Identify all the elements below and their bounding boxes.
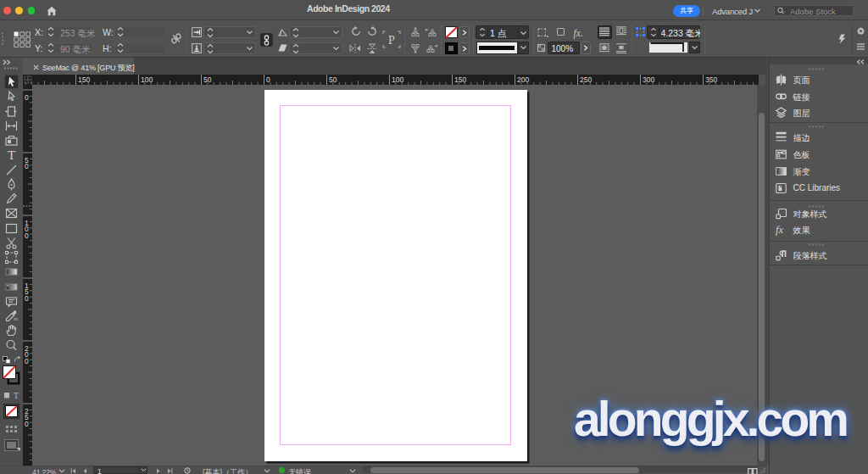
svg-text:0: 0 [25,357,29,365]
svg-text:100: 100 [141,75,153,84]
svg-text:50: 50 [203,75,212,84]
svg-text:350: 350 [705,75,717,84]
svg-text:0: 0 [25,420,29,428]
svg-text:100: 100 [392,75,403,84]
svg-text:0: 0 [266,75,270,84]
svg-text:150: 150 [78,75,90,84]
svg-text:0: 0 [25,294,29,303]
svg-text:T: T [8,148,15,162]
svg-text:P: P [388,34,395,47]
svg-text:0: 0 [25,93,29,102]
svg-text:m: m [14,316,18,321]
svg-text:300: 300 [643,75,654,84]
svg-text:0: 0 [25,231,29,240]
svg-text:0: 0 [25,162,29,170]
svg-text:150: 150 [454,75,466,84]
svg-text:fx: fx [776,224,783,236]
svg-text:250: 250 [580,75,592,84]
svg-text:50: 50 [329,75,337,84]
svg-text:200: 200 [517,75,529,84]
